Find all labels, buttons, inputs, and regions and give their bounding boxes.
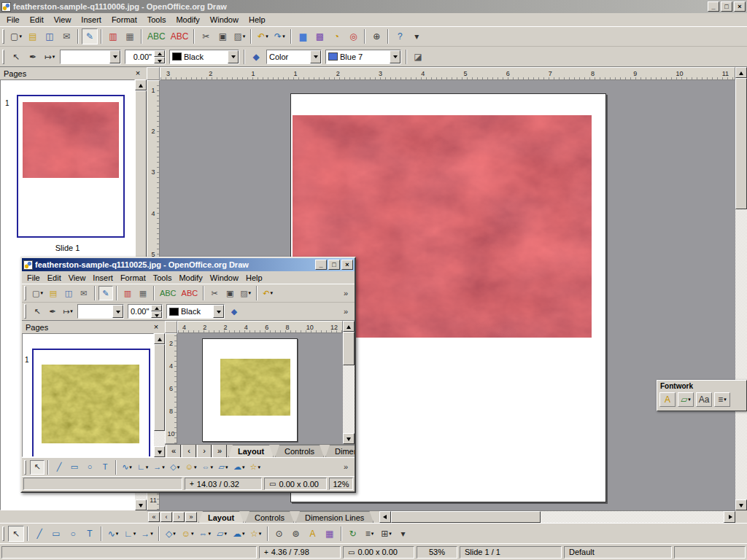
alignment-icon[interactable]: ≡▾ [362,526,378,542]
glue-points-icon[interactable]: ⊚ [288,526,304,542]
ellipse-tool-icon[interactable]: ○ [65,526,81,542]
fontwork-palette[interactable]: Fontwork A▱▾Aa≡▾ [657,380,747,411]
menu-format[interactable]: Format [107,14,142,26]
export-pdf-icon[interactable]: ▥ [120,286,135,300]
fontwork-gallery-icon[interactable]: A [305,526,321,542]
toolbar-grip[interactable] [24,460,26,475]
select-tool-icon[interactable]: ↖ [8,526,24,542]
undo-dropdown-icon[interactable]: ▾ [270,290,273,296]
next-page-icon[interactable]: › [173,512,185,522]
toolbar-grip[interactable] [24,286,26,300]
navigator-icon[interactable]: ◎ [345,28,361,44]
callouts-dropdown-icon[interactable]: ▾ [242,464,245,470]
restore-button[interactable]: □ [721,1,732,12]
close-button[interactable]: × [341,260,353,270]
toolbar-grip[interactable] [2,29,4,44]
basic-shapes-dropdown-icon[interactable]: ▾ [173,531,176,537]
maximize-button[interactable]: □ [328,260,340,270]
fill-color-dropdown-icon[interactable] [390,50,400,63]
line-style-dropdown-icon[interactable] [109,50,120,63]
open-icon[interactable]: ▤ [46,286,61,300]
block-arrows-icon[interactable]: ⇔▾ [200,460,216,475]
flowchart-dropdown-icon[interactable]: ▾ [224,531,227,537]
status-zoom[interactable]: 53% [417,546,457,559]
previous-page-icon[interactable]: ‹ [182,444,196,457]
fontwork-shape-icon[interactable]: ▱▾ [678,392,694,407]
callouts-icon[interactable]: ☁▾ [231,526,247,542]
next-page-icon[interactable]: › [197,444,212,457]
scroll-thumb[interactable] [735,78,747,209]
curve-tool-dropdown-icon[interactable]: ▾ [129,464,132,470]
drawing-canvas[interactable] [177,333,343,444]
line-tool-icon[interactable]: ╱ [52,460,66,475]
scroll-track[interactable] [343,332,355,433]
symbol-shapes-icon[interactable]: ☺▾ [183,460,199,475]
flowchart-dropdown-icon[interactable]: ▾ [225,464,228,470]
lines-arrows-dropdown-icon[interactable]: ▾ [162,464,165,470]
horizontal-ruler[interactable]: 4224681012 [177,321,343,333]
from-file-icon[interactable]: ▦ [322,526,338,542]
rectangle-tool-icon[interactable]: ▭ [48,526,64,542]
curve-tool-dropdown-icon[interactable]: ▾ [116,531,119,537]
area-fill-icon[interactable]: ◆ [227,304,241,319]
slide-thumbnail[interactable] [32,349,150,457]
text-tool-icon[interactable]: T [82,526,98,542]
status-cursor-position[interactable]: + 4.36 / 7.98 [259,546,341,559]
line-style-combo[interactable] [77,304,124,319]
tab-controls[interactable]: Controls [245,511,294,523]
block-arrows-dropdown-icon[interactable]: ▾ [211,464,214,470]
scroll-down-icon[interactable] [135,499,147,510]
toolbar-grip[interactable] [24,304,26,319]
slide-page[interactable] [202,338,298,442]
line-style-combo[interactable] [60,50,121,64]
undo-icon[interactable]: ↶▾ [260,286,275,300]
line-width-spinner[interactable]: 0.00" [125,50,166,64]
toolbar-grip[interactable] [2,526,4,541]
callouts-icon[interactable]: ☁▾ [231,460,247,475]
text-tool-icon[interactable]: T [98,460,112,475]
edit-file-icon[interactable]: ✎ [82,28,98,44]
status-object-size[interactable]: ▭ 0.00 x 0.00 [343,546,414,559]
more-buttons-icon[interactable]: » [338,304,353,319]
scroll-track[interactable] [391,511,724,523]
previous-page-icon[interactable]: ‹ [160,512,172,522]
cut-icon[interactable]: ✂ [207,286,222,300]
tab-dimension-lines[interactable]: Dimension Lines [295,511,374,523]
status-page-style[interactable]: Default [564,546,672,559]
curve-tool-icon[interactable]: ∿▾ [120,460,134,475]
menu-tools[interactable]: Tools [150,272,176,284]
stars-dropdown-icon[interactable]: ▾ [258,464,260,470]
basic-shapes-dropdown-icon[interactable]: ▾ [177,464,180,470]
canvas-vertical-scrollbar[interactable] [343,321,355,444]
fontwork-shape-dropdown-icon[interactable]: ▾ [688,397,691,402]
scroll-left-icon[interactable] [379,511,391,523]
save-icon[interactable]: ◫ [61,286,76,300]
paste-icon[interactable]: ▨▾ [231,28,247,44]
new-document-dropdown-icon[interactable]: ▾ [19,34,22,39]
menu-file[interactable]: File [23,272,44,284]
fill-style-dropdown-icon[interactable] [310,50,321,63]
fontwork-alignment-icon[interactable]: ≡▾ [714,392,730,407]
paste-dropdown-icon[interactable]: ▾ [243,34,246,39]
symbol-shapes-dropdown-icon[interactable]: ▾ [191,531,194,537]
fontwork-palette-title[interactable]: Fontwork [657,381,746,392]
canvas-vertical-scrollbar[interactable] [735,67,747,510]
select-tool-icon[interactable]: ↖ [30,460,44,475]
slide-caption[interactable]: Slide 1 [1,244,134,252]
line-tool-icon[interactable]: ╱ [31,526,47,542]
menu-edit[interactable]: Edit [44,272,65,284]
child-titlebar[interactable]: featherston-sample-q1110025.jpg - OpenOf… [22,258,355,271]
first-page-icon[interactable]: « [166,444,181,457]
menu-format[interactable]: Format [117,272,150,284]
vertical-ruler[interactable]: 246810 [165,333,177,444]
new-document-icon[interactable]: ▢▾ [8,28,24,44]
stars-icon[interactable]: ☆▾ [248,526,264,542]
save-icon[interactable]: ◫ [42,28,58,44]
menu-help[interactable]: Help [244,14,271,26]
line-color-combo[interactable]: Black [166,304,225,319]
more-buttons-icon[interactable]: » [338,460,353,475]
stars-dropdown-icon[interactable]: ▾ [259,531,262,537]
cut-icon[interactable]: ✂ [198,28,214,44]
ellipse-tool-icon[interactable]: ○ [82,460,97,475]
child-document-window[interactable]: featherston-sample-q1110025.jpg - OpenOf… [20,257,356,493]
